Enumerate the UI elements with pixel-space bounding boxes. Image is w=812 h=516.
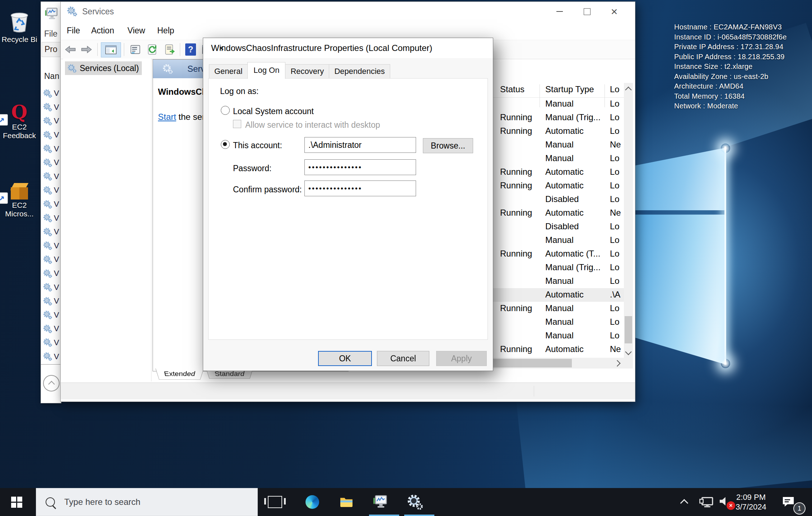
bgw-service-row[interactable]: V [41,211,61,225]
cancel-button[interactable]: Cancel [377,351,429,366]
column-header-log-on-as[interactable]: Lo [610,84,620,94]
bgw-service-row[interactable]: V [41,350,61,363]
scroll-right-button[interactable] [612,358,622,369]
taskbar-perfmon[interactable] [365,488,394,516]
this-account-label[interactable]: This account: [233,141,282,150]
menu-help[interactable]: Help [157,21,174,40]
back-button[interactable] [62,42,78,57]
start-service-link[interactable]: Start [158,112,176,122]
ok-button[interactable]: OK [318,351,372,366]
scrollbar-thumb[interactable] [625,316,632,343]
bgw-service-row[interactable]: V [41,100,61,114]
apply-button[interactable]: Apply [436,351,487,366]
tray-expand-button[interactable] [681,488,687,516]
taskbar-edge[interactable] [298,488,327,516]
tab-general[interactable]: General [209,64,248,79]
bgw-service-row[interactable]: V [41,322,61,336]
desktop-icon-ec2-feedback[interactable]: Q EC2 Feedback [0,93,41,140]
service-name-truncated: V [54,116,59,126]
tab-extended[interactable]: Extended [155,369,204,380]
bgw-service-row[interactable]: V [41,225,61,239]
gear-icon [43,130,52,140]
bgw-service-row[interactable]: V [41,170,61,184]
refresh-button[interactable] [145,42,160,57]
bgw-service-row[interactable]: V [41,267,61,281]
scrollbar-thumb[interactable] [493,359,572,367]
desktop-icon-recycle-bin[interactable]: Recycle Bi [0,5,41,44]
bgw-service-row[interactable]: V [41,156,61,170]
show-console-tree-button[interactable] [101,42,121,57]
help-icon: ? [185,43,196,56]
service-log-on-as: Lo [610,99,620,109]
maximize-button[interactable] [573,2,601,21]
minimize-button[interactable] [546,2,573,21]
forward-button[interactable] [79,42,94,57]
export-list-button[interactable] [162,42,178,57]
start-button[interactable] [0,488,33,516]
taskbar-clock[interactable]: 2:09 PM 3/7/2024 [734,488,767,516]
bgw-service-row[interactable]: V [41,308,61,322]
menu-view[interactable]: View [127,21,145,40]
bgw-service-row[interactable]: V [41,294,61,308]
column-header-startup-type[interactable]: Startup Type [545,84,594,94]
bgw-service-row[interactable]: V [41,86,61,100]
confirm-password-input[interactable]: ••••••••••••••• [304,180,416,196]
bgw-name-column-header[interactable]: Nan [44,71,59,81]
task-view-button[interactable] [261,488,289,516]
selected-service-name: WindowsCh [158,87,207,97]
column-header-status[interactable]: Status [500,84,524,94]
scroll-down-button[interactable] [624,346,633,358]
service-startup-type: Manual [545,330,574,341]
bgw-service-row[interactable]: V [41,336,61,350]
bgw-service-row[interactable]: V [41,114,61,128]
tree-item-services-local[interactable]: Services (Local) [65,61,142,75]
browse-button[interactable]: Browse... [423,138,473,153]
account-input[interactable] [304,137,416,153]
tab-log-on[interactable]: Log On [247,62,285,79]
services-titlebar[interactable]: Services × [61,2,635,21]
taskbar-search[interactable]: Type here to search [36,488,258,516]
tab-recovery[interactable]: Recovery [285,64,329,79]
bgw-service-row[interactable]: V [41,197,61,211]
log-on-as-label: Log on as: [220,86,258,96]
notification-icon [781,495,795,509]
local-system-label[interactable]: Local System account [233,107,314,116]
background-window[interactable]: File Pro Nan VVVVVVVVVVVVVVVVVVVV [41,1,61,403]
desktop-icon-ec2-microsoft[interactable]: EC2 Micros... [0,171,41,218]
dialog-titlebar[interactable]: WindowsChaosInfrastructure Properties (L… [203,38,493,58]
scroll-up-button[interactable] [624,83,633,95]
menu-file[interactable]: File [67,21,80,40]
properties-button[interactable] [127,42,143,57]
tab-dependencies[interactable]: Dependencies [329,64,390,79]
bgw-service-row[interactable]: V [41,183,61,197]
service-startup-type: Manual (Trig... [545,262,601,272]
bgw-service-row[interactable]: V [41,128,61,142]
gear-icon [43,352,52,361]
this-account-radio[interactable] [221,140,230,149]
confirm-password-label: Confirm password: [233,185,302,194]
close-button[interactable]: × [601,2,628,21]
bgw-service-row[interactable]: V [41,142,61,156]
taskbar-file-explorer[interactable] [332,488,361,516]
menu-action[interactable]: Action [91,21,114,40]
interact-desktop-checkbox[interactable] [233,120,241,128]
bgw-pro-button[interactable]: Pro [42,42,61,57]
help-button[interactable]: ? [183,42,198,57]
local-system-radio[interactable] [221,106,230,115]
service-startup-type: Manual [545,140,574,150]
bgw-service-row[interactable]: V [41,239,61,253]
vertical-scrollbar[interactable] [624,83,633,358]
bgw-service-row[interactable]: V [41,253,61,267]
close-icon: × [219,38,224,58]
taskbar-services[interactable] [401,488,429,516]
bgw-service-row[interactable]: V [41,280,61,294]
bgw-file-menu[interactable]: File [44,29,57,39]
network-tray-icon[interactable] [699,488,714,516]
ethernet-icon [699,496,714,508]
bgw-scroll-up-button[interactable] [43,375,60,391]
volume-tray-icon[interactable]: × [718,488,731,516]
service-name-truncated: V [54,144,59,154]
dialog-close-button[interactable]: × [211,40,228,56]
service-name-truncated: V [54,283,59,292]
password-input[interactable]: ••••••••••••••• [304,159,416,175]
